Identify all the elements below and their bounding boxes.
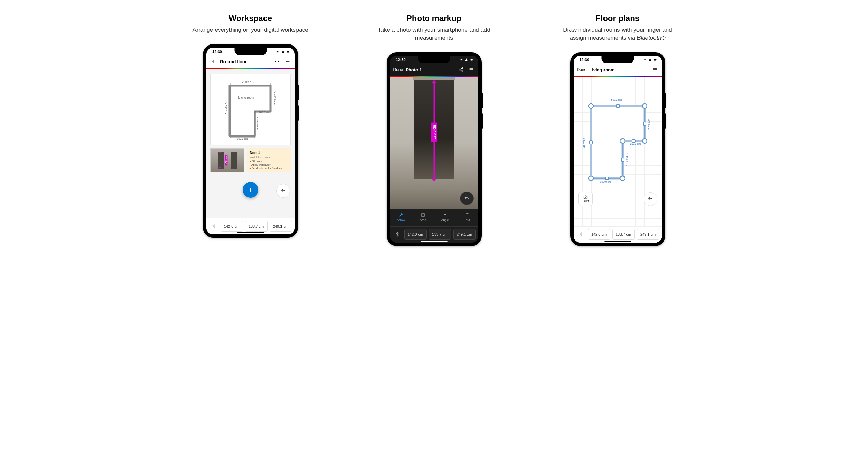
tool-arrow[interactable]: Arrow xyxy=(390,209,412,226)
feature-floor-plans: Floor plans Draw individual rooms with y… xyxy=(550,14,686,246)
feature-workspace: Workspace Arrange everything on your dig… xyxy=(183,14,319,238)
bluetooth-icon xyxy=(579,232,583,237)
done-button[interactable]: Done xyxy=(393,67,403,72)
undo-button[interactable] xyxy=(276,184,290,198)
more-button[interactable]: ··· xyxy=(274,58,281,65)
phone-frame: 12:30 Ground floor ··· xyxy=(203,44,298,238)
photo-thumbnail[interactable]: 175.0 cm xyxy=(210,148,244,172)
svg-point-14 xyxy=(620,176,625,181)
undo-button[interactable] xyxy=(644,192,657,206)
status-icons xyxy=(459,58,474,61)
signal-icon xyxy=(281,50,285,53)
menu-button[interactable] xyxy=(467,66,475,73)
photo-canvas[interactable]: 175.0 cm xyxy=(390,77,478,209)
arrow-tool-icon xyxy=(398,213,403,217)
dim-notch-right: 430.0 cm xyxy=(625,153,628,166)
bluetooth-button[interactable] xyxy=(209,221,219,231)
header-title: Living room xyxy=(589,67,614,72)
status-icons xyxy=(643,58,657,61)
feature-photo-markup: Photo markup Take a photo with your smar… xyxy=(366,14,502,246)
header-title: Photo 1 xyxy=(406,67,422,72)
wifi-icon xyxy=(459,58,463,61)
wifi-icon xyxy=(276,50,280,53)
note-card[interactable]: Note 1 Wall & floor works • Fill holes •… xyxy=(247,148,291,173)
note-item: • Fill holes xyxy=(250,160,288,163)
header-title: Ground floor xyxy=(220,59,247,64)
status-time: 12:30 xyxy=(396,58,406,62)
measurement-value[interactable]: 249.1 cm xyxy=(453,229,476,240)
undo-icon xyxy=(648,196,653,202)
hamburger-icon xyxy=(469,67,474,72)
text-tool-icon xyxy=(465,213,470,217)
add-button[interactable]: + xyxy=(243,182,258,198)
room-card[interactable]: 520.0 cm 830.0 cm 400.0 cm 200.0 cm 430.… xyxy=(210,74,291,145)
back-button[interactable] xyxy=(210,58,217,65)
app-header: Done Photo 1 xyxy=(390,64,478,76)
measurement-value[interactable]: 249.1 cm xyxy=(270,221,292,232)
bluetooth-button[interactable] xyxy=(393,230,402,239)
room-outline xyxy=(227,82,274,139)
note-subtitle: Wall & floor works xyxy=(250,156,288,159)
signal-icon xyxy=(648,58,652,61)
measurement-value[interactable]: 133.7 cm xyxy=(612,229,635,240)
height-tool-button[interactable]: Height xyxy=(578,192,593,206)
notch xyxy=(234,48,267,55)
measurement-value[interactable]: 142.0 cm xyxy=(588,229,610,240)
measurement-value[interactable]: 142.0 cm xyxy=(404,229,427,240)
notch xyxy=(418,56,450,63)
svg-rect-2 xyxy=(470,59,472,60)
feature-subtitle: Draw individual rooms with your finger a… xyxy=(557,26,679,42)
tool-text[interactable]: Text xyxy=(456,209,478,226)
phone-frame: 12:30 Done Living room xyxy=(570,52,665,246)
measurement-value[interactable]: 142.0 cm xyxy=(221,221,243,232)
svg-rect-1 xyxy=(289,51,289,52)
dim-top: 520.0 cm xyxy=(242,81,255,84)
bluetooth-icon xyxy=(395,232,400,237)
svg-rect-16 xyxy=(616,105,620,107)
menu-button[interactable] xyxy=(284,58,291,65)
phone-frame: 12:30 Done Photo 1 xyxy=(387,52,482,246)
measurement-value[interactable]: 133.7 cm xyxy=(245,221,268,232)
svg-rect-9 xyxy=(656,59,656,60)
undo-icon xyxy=(280,188,286,194)
dim-left: 830.0 cm xyxy=(224,102,227,115)
undo-button[interactable] xyxy=(460,192,474,205)
svg-rect-7 xyxy=(422,214,424,216)
tool-angle[interactable]: Angle xyxy=(434,209,456,226)
hamburger-icon xyxy=(652,67,658,72)
status-icons xyxy=(276,50,290,53)
height-icon xyxy=(583,195,588,200)
feature-subtitle: Take a photo with your smartphone and ad… xyxy=(373,26,495,42)
share-button[interactable] xyxy=(457,66,465,73)
note-title: Note 1 xyxy=(250,150,288,155)
tool-area[interactable]: Area xyxy=(412,209,434,226)
bluetooth-button[interactable] xyxy=(576,230,586,239)
measurement-bar: 142.0 cm 133.7 cm 249.1 cm xyxy=(206,218,295,234)
measurement-bar: 142.0 cm 133.7 cm 249.1 cm xyxy=(390,226,478,243)
status-time: 12:30 xyxy=(580,58,589,62)
battery-icon xyxy=(286,50,290,53)
svg-rect-17 xyxy=(643,122,646,125)
app-header: Done Living room xyxy=(574,64,662,76)
measurement-value[interactable]: 249.1 cm xyxy=(637,229,659,240)
note-item: • Apply wallpaper xyxy=(250,163,288,167)
screen: 12:30 Done Living room xyxy=(574,56,662,243)
svg-point-11 xyxy=(642,104,647,108)
room-name: Living room xyxy=(238,96,254,99)
feature-title: Photo markup xyxy=(407,14,461,23)
annotation-label[interactable]: 175.0 cm xyxy=(431,123,437,142)
feature-title: Floor plans xyxy=(596,14,640,23)
measurement-value[interactable]: 133.7 cm xyxy=(429,229,451,240)
svg-rect-21 xyxy=(590,141,592,144)
done-button[interactable]: Done xyxy=(577,67,587,72)
status-time: 12:30 xyxy=(212,50,222,54)
svg-point-12 xyxy=(642,139,647,143)
dim-notch-top: 200.0 cm xyxy=(627,142,641,145)
svg-point-13 xyxy=(620,139,625,143)
menu-button[interactable] xyxy=(651,66,659,73)
svg-point-10 xyxy=(589,104,593,108)
dim-right-upper: 400.0 cm xyxy=(647,116,650,130)
thumb-annotation-label: 175.0 cm xyxy=(225,155,227,165)
svg-rect-19 xyxy=(621,158,624,161)
dim-right-upper: 400.0 cm xyxy=(273,91,276,105)
